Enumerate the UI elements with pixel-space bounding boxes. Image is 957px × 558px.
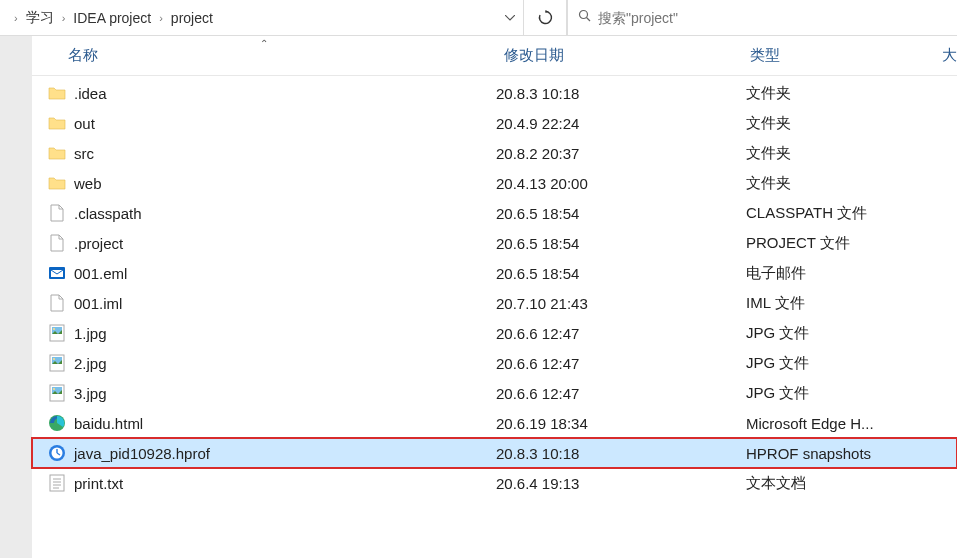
file-date: 20.6.5 18:54: [496, 265, 746, 282]
file-row[interactable]: .classpath20.6.5 18:54CLASSPATH 文件: [32, 198, 957, 228]
image-icon: [48, 384, 66, 402]
file-type: 文件夹: [746, 84, 957, 103]
file-list: .idea20.8.3 10:18文件夹out20.4.9 22:24文件夹sr…: [32, 76, 957, 498]
file-row[interactable]: web20.4.13 20:00文件夹: [32, 168, 957, 198]
file-row[interactable]: 001.iml20.7.10 21:43IML 文件: [32, 288, 957, 318]
file-date: 20.6.4 19:13: [496, 475, 746, 492]
hprof-icon: [48, 444, 66, 462]
nav-pane-edge: [0, 36, 32, 558]
file-date: 20.4.9 22:24: [496, 115, 746, 132]
address-toolbar: › 学习 › IDEA project › project: [0, 0, 957, 36]
file-type: PROJECT 文件: [746, 234, 957, 253]
file-date: 20.6.6 12:47: [496, 325, 746, 342]
file-name: 1.jpg: [74, 325, 496, 342]
image-icon: [48, 354, 66, 372]
breadcrumb[interactable]: › 学习 › IDEA project › project: [0, 0, 523, 35]
file-row[interactable]: 001.eml20.6.5 18:54电子邮件: [32, 258, 957, 288]
file-date: 20.4.13 20:00: [496, 175, 746, 192]
file-date: 20.6.6 12:47: [496, 355, 746, 372]
file-icon: [48, 294, 66, 312]
search-box[interactable]: [567, 0, 957, 35]
file-date: 20.6.19 18:34: [496, 415, 746, 432]
refresh-icon: [538, 10, 553, 25]
file-name: src: [74, 145, 496, 162]
chevron-right-icon: ›: [153, 12, 169, 24]
refresh-button[interactable]: [523, 0, 567, 35]
image-icon: [48, 324, 66, 342]
svg-point-0: [580, 11, 588, 19]
file-type: Microsoft Edge H...: [746, 415, 957, 432]
file-type: HPROF snapshots: [746, 445, 957, 462]
file-row[interactable]: .project20.6.5 18:54PROJECT 文件: [32, 228, 957, 258]
file-name: 001.iml: [74, 295, 496, 312]
folder-icon: [48, 84, 66, 102]
sort-indicator-icon: ⌃: [260, 38, 268, 49]
svg-point-6: [53, 328, 55, 330]
breadcrumb-item[interactable]: project: [169, 10, 215, 26]
column-header-type[interactable]: 类型: [750, 46, 942, 65]
file-icon: [48, 204, 66, 222]
search-input[interactable]: [598, 10, 957, 26]
svg-point-9: [53, 358, 55, 360]
file-type: 文本文档: [746, 474, 957, 493]
file-date: 20.6.5 18:54: [496, 235, 746, 252]
file-name: 2.jpg: [74, 355, 496, 372]
file-name: 001.eml: [74, 265, 496, 282]
breadcrumb-dropdown[interactable]: [495, 0, 523, 35]
file-row[interactable]: 1.jpg20.6.6 12:47JPG 文件: [32, 318, 957, 348]
file-type: JPG 文件: [746, 354, 957, 373]
column-header-name[interactable]: 名称: [64, 46, 504, 65]
file-name: .project: [74, 235, 496, 252]
file-date: 20.6.6 12:47: [496, 385, 746, 402]
file-type: 文件夹: [746, 174, 957, 193]
file-date: 20.8.3 10:18: [496, 445, 746, 462]
breadcrumb-item[interactable]: IDEA project: [71, 10, 153, 26]
eml-icon: [48, 264, 66, 282]
file-icon: [48, 234, 66, 252]
file-row[interactable]: out20.4.9 22:24文件夹: [32, 108, 957, 138]
file-row[interactable]: print.txt20.6.4 19:13文本文档: [32, 468, 957, 498]
file-row[interactable]: 2.jpg20.6.6 12:47JPG 文件: [32, 348, 957, 378]
file-type: 文件夹: [746, 114, 957, 133]
file-name: web: [74, 175, 496, 192]
file-date: 20.8.3 10:18: [496, 85, 746, 102]
file-name: out: [74, 115, 496, 132]
svg-line-1: [587, 18, 591, 22]
chevron-right-icon: ›: [8, 12, 24, 24]
file-date: 20.8.2 20:37: [496, 145, 746, 162]
file-row[interactable]: 3.jpg20.6.6 12:47JPG 文件: [32, 378, 957, 408]
file-name: 3.jpg: [74, 385, 496, 402]
file-date: 20.6.5 18:54: [496, 205, 746, 222]
file-name: baidu.html: [74, 415, 496, 432]
file-name: .classpath: [74, 205, 496, 222]
file-row[interactable]: .idea20.8.3 10:18文件夹: [32, 78, 957, 108]
folder-icon: [48, 114, 66, 132]
file-name: print.txt: [74, 475, 496, 492]
folder-icon: [48, 174, 66, 192]
column-header-size[interactable]: 大: [942, 46, 957, 65]
text-icon: [48, 474, 66, 492]
edge-icon: [48, 414, 66, 432]
file-type: 电子邮件: [746, 264, 957, 283]
file-type: JPG 文件: [746, 384, 957, 403]
chevron-down-icon: [505, 15, 515, 21]
file-name: .idea: [74, 85, 496, 102]
folder-icon: [48, 144, 66, 162]
file-row[interactable]: baidu.html20.6.19 18:34Microsoft Edge H.…: [32, 408, 957, 438]
file-date: 20.7.10 21:43: [496, 295, 746, 312]
column-headers: 名称 修改日期 类型 大: [32, 36, 957, 76]
file-type: 文件夹: [746, 144, 957, 163]
breadcrumb-item[interactable]: 学习: [24, 9, 56, 27]
search-icon: [578, 9, 592, 26]
file-type: JPG 文件: [746, 324, 957, 343]
chevron-right-icon: ›: [56, 12, 72, 24]
file-row[interactable]: java_pid10928.hprof20.8.3 10:18HPROF sna…: [32, 438, 957, 468]
file-type: IML 文件: [746, 294, 957, 313]
file-type: CLASSPATH 文件: [746, 204, 957, 223]
file-name: java_pid10928.hprof: [74, 445, 496, 462]
file-row[interactable]: src20.8.2 20:37文件夹: [32, 138, 957, 168]
svg-point-12: [53, 388, 55, 390]
column-header-date[interactable]: 修改日期: [504, 46, 750, 65]
svg-rect-16: [50, 475, 64, 491]
